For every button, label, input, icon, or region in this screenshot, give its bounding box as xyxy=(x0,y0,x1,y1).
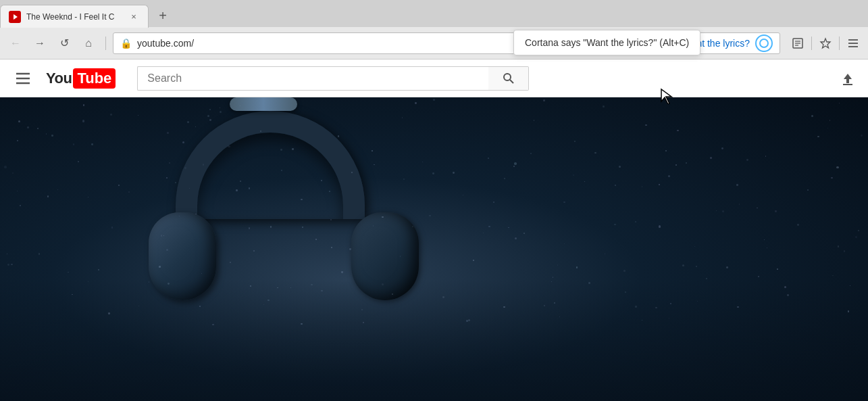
toolbar-separator xyxy=(811,37,812,50)
cortana-button[interactable] xyxy=(755,34,773,52)
toolbar-separator-2 xyxy=(839,37,840,50)
cortana-tooltip-text: Cortana says "Want the lyrics?" (Alt+C) xyxy=(525,37,689,48)
address-bar-area: ← → ↺ ⌂ 🔒 youtube.com/ Want the lyrics? xyxy=(0,27,868,60)
search-input[interactable] xyxy=(137,66,488,91)
video-content xyxy=(0,97,868,401)
star-icon xyxy=(819,37,832,49)
youtube-logo[interactable]: You Tube xyxy=(46,68,116,89)
search-icon xyxy=(503,72,515,85)
svg-point-14 xyxy=(504,74,511,80)
logo-tube: Tube xyxy=(73,68,116,89)
svg-marker-16 xyxy=(844,74,852,83)
book-icon xyxy=(792,37,804,49)
favorites-button[interactable] xyxy=(816,34,835,53)
hub-button[interactable] xyxy=(844,34,863,53)
cortana-tooltip: Cortana says "Want the lyrics?" (Alt+C) xyxy=(513,30,700,55)
forward-button[interactable]: → xyxy=(30,33,50,53)
hamburger-icon xyxy=(16,72,30,85)
tab-title: The Weeknd - I Feel It C xyxy=(26,12,122,22)
tab-close-button[interactable]: × xyxy=(128,11,140,23)
svg-line-15 xyxy=(510,80,513,83)
reading-list-button[interactable] xyxy=(788,34,807,53)
hub-icon xyxy=(847,37,859,49)
video-background xyxy=(0,97,868,401)
refresh-button[interactable]: ↺ xyxy=(54,33,74,53)
snow-particles xyxy=(0,97,868,401)
yt-menu-button[interactable] xyxy=(11,66,35,91)
nav-separator xyxy=(105,37,106,50)
youtube-header: You Tube xyxy=(0,60,868,97)
new-tab-button[interactable]: + xyxy=(151,4,174,27)
youtube-favicon xyxy=(9,11,21,23)
back-button[interactable]: ← xyxy=(5,33,26,53)
browser-tab-active[interactable]: The Weeknd - I Feel It C × xyxy=(0,5,149,28)
search-button[interactable] xyxy=(488,66,529,91)
logo-you: You xyxy=(46,70,72,87)
lock-icon: 🔒 xyxy=(120,38,132,49)
cortana-icon-inner xyxy=(759,39,769,48)
search-area xyxy=(137,66,529,91)
upload-icon xyxy=(840,71,855,86)
upload-button[interactable] xyxy=(838,69,857,88)
svg-marker-6 xyxy=(821,39,830,48)
home-button[interactable]: ⌂ xyxy=(78,33,99,53)
toolbar-icons xyxy=(788,34,863,53)
